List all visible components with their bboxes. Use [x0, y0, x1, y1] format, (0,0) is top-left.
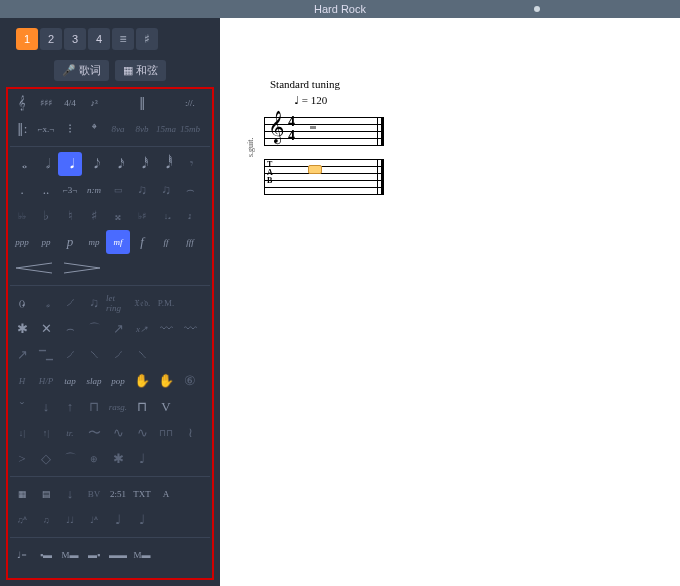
left-hand-tap-icon[interactable]: H — [10, 369, 34, 393]
arpeggio-down-icon[interactable]: ↓| — [10, 421, 34, 445]
dynamic-mf-icon[interactable]: mf — [106, 230, 130, 254]
section-icon[interactable]: A — [154, 482, 178, 506]
slide-legato-icon[interactable]: ⟍ — [82, 343, 106, 367]
sixtyfourth-note-icon[interactable]: 𝅘𝅥𝅱 — [154, 152, 178, 176]
quarter-note-icon[interactable]: 𝅘𝅥 — [58, 152, 82, 176]
two-octave-down-icon[interactable]: 15mb — [178, 117, 202, 141]
wide-vibrato-icon[interactable]: 〰 — [178, 317, 202, 341]
wah-icon[interactable]: ≀ — [178, 421, 202, 445]
dotted-icon[interactable]: . — [10, 178, 34, 202]
half-note-icon[interactable]: 𝅗𝅥 — [34, 152, 58, 176]
auto-beam-icon[interactable]: ♫ᴬ — [10, 508, 34, 532]
flat-icon[interactable]: ♭ — [34, 204, 58, 228]
pull-off-icon[interactable]: ⌒ — [82, 317, 106, 341]
ornament-mordent-icon[interactable]: ∿ — [106, 421, 130, 445]
stem-dir-icon[interactable]: ♩♩ — [58, 508, 82, 532]
ornament-turn-icon[interactable]: 〜 — [82, 421, 106, 445]
grace-note-icon[interactable]: ♫ — [82, 291, 106, 315]
chord-diagram-icon[interactable]: ▦ — [10, 482, 34, 506]
dynamic-pp-icon[interactable]: pp — [34, 230, 58, 254]
hand-alt-icon[interactable]: ✋ — [154, 369, 178, 393]
slide-in-below-icon[interactable]: ↗ — [10, 343, 34, 367]
bar-graph-3-icon[interactable]: ▬▬ — [106, 543, 130, 567]
tab-3[interactable]: 3 — [64, 28, 86, 50]
pickstroke-up-icon[interactable]: V — [154, 395, 178, 419]
rest-icon[interactable]: 𝄾 — [178, 152, 202, 176]
tuplet-nm-icon[interactable]: n:m — [82, 178, 106, 202]
voice-2-icon[interactable]: ♩ — [130, 508, 154, 532]
bar-graph-m-icon[interactable]: M▬ — [58, 543, 82, 567]
two-octave-up-icon[interactable]: 15ma — [154, 117, 178, 141]
tab-extra-1-icon[interactable]: ♯ — [136, 28, 158, 50]
vibrato-icon[interactable]: 〰 — [154, 317, 178, 341]
slide-shift-icon[interactable]: ▔▁ — [34, 343, 58, 367]
time-signature-icon[interactable]: 4/4 — [58, 91, 82, 115]
barre-icon[interactable]: ↓ — [58, 482, 82, 506]
auto-stem-icon[interactable]: ♩ᴬ — [82, 508, 106, 532]
strum-down-icon[interactable]: ↓ — [34, 395, 58, 419]
accidental-combo-icon[interactable]: ♭♯ — [130, 204, 154, 228]
dynamic-f-icon[interactable]: f — [130, 230, 154, 254]
treble-clef-icon[interactable]: 𝄞 — [10, 91, 34, 115]
double-barline-icon[interactable]: ‖ — [130, 91, 154, 115]
fermata-short-icon[interactable]: ◇ — [34, 447, 58, 471]
repeat-sign-icon[interactable]: ://. — [178, 91, 202, 115]
arpeggio-up-icon[interactable]: ↑| — [34, 421, 58, 445]
pop-icon[interactable]: pop — [106, 369, 130, 393]
let-ring-icon[interactable]: let ring — [106, 291, 130, 315]
string-6-icon[interactable]: ⑥ — [178, 369, 202, 393]
rasgueado-icon[interactable]: rasg. — [106, 395, 130, 419]
multirest-icon[interactable]: ▭ — [106, 178, 130, 202]
tab-staff[interactable]: TAB — [264, 159, 384, 194]
fretboard-icon[interactable]: ▤ — [34, 482, 58, 506]
tab-1[interactable]: 1 — [16, 28, 38, 50]
double-flat-icon[interactable]: ♭♭ — [10, 204, 34, 228]
bend-icon[interactable]: ↗ — [106, 317, 130, 341]
crescendo-icon[interactable] — [10, 256, 58, 280]
repeat-start-icon[interactable]: ‖: — [10, 117, 34, 141]
timer-icon[interactable]: 2:51 — [106, 482, 130, 506]
slide-out-down-icon[interactable]: ⟍ — [130, 343, 154, 367]
sixteenth-note-icon[interactable]: 𝅘𝅥𝅯 — [106, 152, 130, 176]
tap-icon[interactable]: tap — [58, 369, 82, 393]
score-area[interactable]: Standard tuning ♩ = 120 s.guit. — [220, 18, 680, 586]
natural-icon[interactable]: ♮ — [58, 204, 82, 228]
key-signature-icon[interactable]: ♯♯♯ — [34, 91, 58, 115]
accent-icon[interactable]: ˇ — [10, 395, 34, 419]
palm-mute-icon[interactable]: P.M. — [154, 291, 178, 315]
beam-icon[interactable]: ♫ — [130, 178, 154, 202]
dynamic-ppp-icon[interactable]: ppp — [10, 230, 34, 254]
octave-up-icon[interactable]: 8va — [106, 117, 130, 141]
slide-icon[interactable]: ⟋ — [58, 291, 82, 315]
bar-graph-1-icon[interactable]: ▪▬ — [34, 543, 58, 567]
strum-up-icon[interactable]: ↑ — [58, 395, 82, 419]
pedal-icon[interactable]: 𝔛𝔢𝔡. — [130, 291, 154, 315]
dead-note-icon[interactable]: 𝅗 — [34, 291, 58, 315]
trill-icon[interactable]: tr. — [58, 421, 82, 445]
hammer-icon[interactable]: ⌢ — [58, 317, 82, 341]
decrescendo-icon[interactable] — [58, 256, 106, 280]
coda-icon[interactable]: 𝄌 — [82, 117, 106, 141]
dynamic-p-icon[interactable]: p — [58, 230, 82, 254]
shift-up-icon[interactable]: 𝅘↑ — [178, 204, 202, 228]
octave-down-icon[interactable]: 8vb — [130, 117, 154, 141]
dynamic-fff-icon[interactable]: fff — [178, 230, 202, 254]
tab-extra-0-icon[interactable]: ≡ — [112, 28, 134, 50]
barline-dashed-icon[interactable]: ⁝ — [58, 117, 82, 141]
slide-in-above-icon[interactable]: ⟋ — [106, 343, 130, 367]
tempo-change-icon[interactable]: ♩= — [10, 543, 34, 567]
double-dotted-icon[interactable]: .. — [34, 178, 58, 202]
staccatissimo-icon[interactable]: ✱ — [106, 447, 130, 471]
shift-down-icon[interactable]: ↓𝅘 — [154, 204, 178, 228]
eighth-note-icon[interactable]: 𝅘𝅥𝅮 — [82, 152, 106, 176]
natural-harmonic-icon[interactable]: ✱ — [10, 317, 34, 341]
chords-button[interactable]: ▦ 和弦 — [115, 60, 166, 81]
slap-icon[interactable]: slap — [82, 369, 106, 393]
thirtysecond-note-icon[interactable]: 𝅘𝅥𝅰 — [130, 152, 154, 176]
artificial-harmonic-icon[interactable]: ✕ — [34, 317, 58, 341]
slide-out-icon[interactable]: ⟋ — [58, 343, 82, 367]
sharp-icon[interactable]: ♯ — [82, 204, 106, 228]
barre-roman-icon[interactable]: BV — [82, 482, 106, 506]
tab-2[interactable]: 2 — [40, 28, 62, 50]
bend-release-icon[interactable]: x↗ — [130, 317, 154, 341]
